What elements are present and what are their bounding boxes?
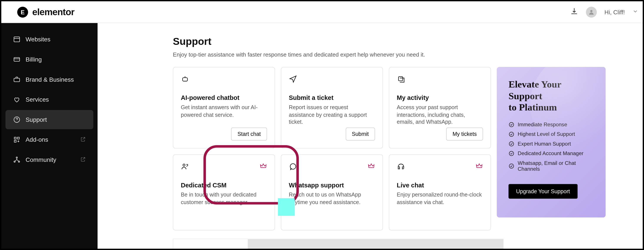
crown-icon xyxy=(368,162,375,171)
card-title: Live chat xyxy=(397,182,483,189)
paper-plane-icon xyxy=(289,75,297,83)
svg-point-17 xyxy=(183,164,185,166)
sidebar-item-addons[interactable]: Add-ons xyxy=(6,130,93,149)
svg-point-7 xyxy=(16,157,18,158)
svg-rect-4 xyxy=(14,137,16,139)
svg-point-8 xyxy=(14,161,15,162)
briefcase-icon xyxy=(13,76,20,83)
promo-bullet: Highest Level of Support xyxy=(508,131,594,137)
brand-badge-icon: E xyxy=(17,6,28,17)
page-title: Support xyxy=(173,35,644,47)
card-desc: Be in touch with your dedicated customer… xyxy=(181,191,267,206)
footer-bar-partial xyxy=(173,239,504,250)
card-desc: Access your past support interactions, i… xyxy=(397,104,483,126)
svg-point-9 xyxy=(18,161,20,162)
sidebar-item-websites[interactable]: Websites xyxy=(6,30,93,49)
user-avatar-icon[interactable] xyxy=(586,6,597,17)
card-desc: Report issues or request assistance by c… xyxy=(289,104,375,126)
svg-point-15 xyxy=(509,151,514,156)
headset-icon xyxy=(397,162,405,171)
sidebar-item-label: Services xyxy=(26,96,49,103)
svg-point-12 xyxy=(509,122,514,127)
svg-point-16 xyxy=(509,164,514,168)
crown-icon xyxy=(476,162,483,171)
annotation-cyan-patch xyxy=(278,198,295,216)
check-circle-icon xyxy=(508,163,514,169)
sidebar-item-services[interactable]: Services xyxy=(6,90,93,109)
brand-name: elementor xyxy=(32,6,74,17)
card-my-activity: My activity Access your past support int… xyxy=(389,67,491,148)
my-tickets-button[interactable]: My tickets xyxy=(446,128,483,141)
sidebar-item-label: Add-ons xyxy=(26,136,48,143)
promo-bullet: Expert Human Support xyxy=(508,141,594,147)
card-title: Whatsapp support xyxy=(289,182,375,189)
page-subtitle: Enjoy top-tier assistance with faster re… xyxy=(173,51,644,58)
card-ai-chatbot: AI-powered chatbot Get instant answers w… xyxy=(173,67,275,148)
start-chat-button[interactable]: Start chat xyxy=(231,128,267,141)
help-icon xyxy=(13,116,20,123)
bot-icon xyxy=(181,75,189,83)
sidebar-item-label: Websites xyxy=(26,36,50,43)
upgrade-promo-panel: Elevate Your Support to Platinum Immedia… xyxy=(497,67,606,218)
main-content: Support Enjoy top-tier assistance with f… xyxy=(98,23,644,250)
card-title: My activity xyxy=(397,94,483,101)
upgrade-support-button[interactable]: Upgrade Your Support xyxy=(508,184,578,199)
download-icon[interactable] xyxy=(570,7,578,17)
card-whatsapp-support: Whatsapp support Reach out to us on What… xyxy=(281,154,383,230)
window-icon xyxy=(13,35,20,43)
promo-title: Elevate Your Support to Platinum xyxy=(508,79,594,113)
card-dedicated-csm: Dedicated CSM Be in touch with your dedi… xyxy=(173,154,275,230)
user-heart-icon xyxy=(181,162,189,171)
crown-icon xyxy=(260,162,267,171)
svg-point-13 xyxy=(509,132,514,136)
promo-bullet: Whatsapp, Email or Chat Channels xyxy=(508,160,594,172)
check-circle-icon xyxy=(508,151,514,156)
svg-rect-6 xyxy=(14,140,16,142)
card-desc: Reach out to us on WhatsApp anytime you … xyxy=(289,191,375,206)
card-icon xyxy=(13,56,20,63)
sidebar-item-label: Billing xyxy=(26,56,42,63)
check-circle-icon xyxy=(508,131,514,137)
svg-rect-11 xyxy=(398,77,403,81)
network-icon xyxy=(13,156,20,164)
card-desc: Enjoy personalized round-the-clock assis… xyxy=(397,191,483,206)
whatsapp-icon xyxy=(289,162,297,171)
chevron-down-icon[interactable] xyxy=(632,8,638,16)
submit-ticket-button[interactable]: Submit xyxy=(346,128,375,141)
sidebar: Websites Billing Brand & Business Servic… xyxy=(1,23,98,250)
sidebar-item-label: Brand & Business xyxy=(26,76,74,83)
card-desc: Get instant answers with our AI-powered … xyxy=(181,104,267,118)
sidebar-item-support[interactable]: Support xyxy=(6,110,93,129)
external-link-icon xyxy=(80,156,86,163)
stack-icon xyxy=(397,75,405,83)
card-submit-ticket: Submit a ticket Report issues or request… xyxy=(281,67,383,148)
check-circle-icon xyxy=(508,122,514,127)
card-live-chat: Live chat Enjoy personalized round-the-c… xyxy=(389,154,491,230)
user-greeting: Hi, Cliff! xyxy=(604,9,625,15)
sidebar-item-label: Community xyxy=(26,156,56,163)
svg-point-14 xyxy=(509,142,514,146)
topbar: E elementor Hi, Cliff! xyxy=(1,1,644,23)
promo-bullet: Dedicated Account Manager xyxy=(508,151,594,156)
sidebar-item-community[interactable]: Community xyxy=(6,150,93,169)
card-title: Submit a ticket xyxy=(289,94,375,101)
heart-hand-icon xyxy=(13,96,20,103)
external-link-icon xyxy=(80,136,86,143)
svg-rect-2 xyxy=(14,78,20,82)
svg-rect-10 xyxy=(182,78,188,81)
svg-rect-0 xyxy=(14,37,20,42)
brand-logo[interactable]: E elementor xyxy=(17,6,74,17)
promo-bullet: Immediate Response xyxy=(508,122,594,127)
sidebar-item-billing[interactable]: Billing xyxy=(6,50,93,69)
svg-rect-5 xyxy=(17,137,19,139)
sidebar-item-label: Support xyxy=(26,116,47,123)
sidebar-item-brand-business[interactable]: Brand & Business xyxy=(6,70,93,89)
card-title: Dedicated CSM xyxy=(181,182,267,189)
svg-rect-1 xyxy=(14,58,20,61)
card-title: AI-powered chatbot xyxy=(181,94,267,101)
grid-plus-icon xyxy=(13,136,20,143)
check-circle-icon xyxy=(508,141,514,147)
